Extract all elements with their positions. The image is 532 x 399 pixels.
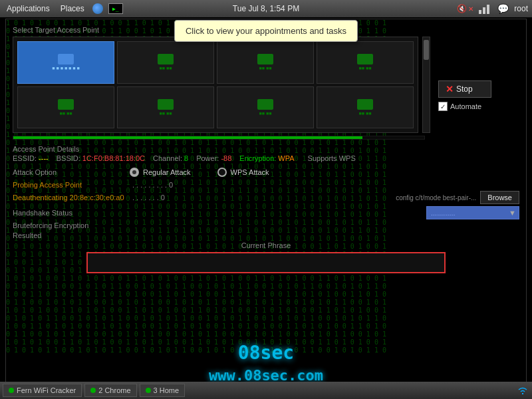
ap-icon-3 <box>257 54 273 65</box>
ap-label-4: ■■ ■■ <box>359 66 372 70</box>
taskbar-home-label: 3 Home <box>154 386 180 394</box>
ap-cell-3[interactable]: ■■ ■■ <box>217 41 314 84</box>
ap-label-8: ■■ ■■ <box>359 111 372 116</box>
progress-bar <box>13 136 425 140</box>
stop-label: Stop <box>456 84 473 94</box>
essid-detail: ESSID: ---- <box>13 154 49 162</box>
ap-grid-container: ■ ■ ■ ■ ■ ■ ■ ■■ ■■ ■■ ■■ <box>13 37 430 133</box>
bruteforce-key: Bruteforcing Encryption <box>13 221 132 229</box>
channel-key: Channel: <box>153 154 182 162</box>
ap-grid: ■ ■ ■ ■ ■ ■ ■ ■■ ■■ ■■ ■■ <box>13 37 418 133</box>
taskbar-dot-1 <box>9 388 14 393</box>
tooltip-popup: Click to view your appointments and task… <box>174 20 358 42</box>
deauth-val: . . . . . . . 0 <box>132 194 396 201</box>
probing-row: Probing Access Point . . . . . . . . . 0 <box>13 181 519 189</box>
power-val: -88 <box>221 154 231 162</box>
handshake-right: ............ ▼ <box>426 206 519 219</box>
status-section: Probing Access Point . . . . . . . . . 0… <box>13 181 519 239</box>
ap-details-section: Access Point Details ESSID: ---- BSSID: … <box>13 145 519 162</box>
tooltip-text: Click to view your appointments and task… <box>186 26 346 36</box>
stop-x-icon: ✕ <box>446 84 454 94</box>
topbar-left: Applications Places ▶_ <box>4 3 123 15</box>
power-key: Power: <box>196 154 219 162</box>
ap-cell-5[interactable]: ■■ ■■ <box>17 86 114 129</box>
terminal-icon[interactable]: ▶_ <box>108 3 123 14</box>
regular-attack-radio[interactable] <box>130 168 139 177</box>
app-content: Select Target Access Point ■ ■ ■ ■ ■ ■ ■… <box>6 19 526 390</box>
encryption-key: Encryption: <box>239 154 276 162</box>
ap-cell-6[interactable]: ■■ ■■ <box>117 86 214 129</box>
network-bar-3 <box>487 5 489 14</box>
globe-icon[interactable] <box>92 3 103 14</box>
channel-detail: Channel: 8 <box>153 154 188 162</box>
resulted-key: Resulted <box>13 231 132 239</box>
taskbar-fern[interactable]: Fern WiFi Cracker <box>3 384 82 397</box>
dict-dropdown[interactable]: ............ ▼ <box>426 206 519 219</box>
dict-option-text: ............ <box>431 209 456 217</box>
topbar-datetime: Tue Jul 8, 1:54 PM <box>233 4 299 13</box>
ap-icon-6 <box>158 99 174 110</box>
topbar: Applications Places ▶_ Tue Jul 8, 1:54 P… <box>0 0 532 17</box>
essid-val: ---- <box>39 154 49 162</box>
ap-icon-4 <box>357 54 373 65</box>
ap-cell-4[interactable]: ■■ ■■ <box>317 41 414 84</box>
taskbar-right <box>516 384 529 397</box>
taskbar-fern-label: Fern WiFi Cracker <box>17 386 76 394</box>
select-target-section: Select Target Access Point ■ ■ ■ ■ ■ ■ ■… <box>13 26 519 133</box>
ap-icon-7 <box>257 99 273 110</box>
progress-bar-fill <box>13 136 362 139</box>
username: root <box>514 4 528 13</box>
browse-button[interactable]: Browse <box>480 191 519 204</box>
wps-attack-label: WPS Attack <box>231 168 269 176</box>
wifi-svg <box>517 384 529 396</box>
encryption-val: WPA <box>278 154 294 162</box>
ap-cell-7[interactable]: ■■ ■■ <box>217 86 314 129</box>
network-bar-2 <box>483 7 485 14</box>
wps-attack-radio[interactable] <box>217 168 227 177</box>
deauth-row: Deauthenticating 20:8e:c:30:e0:a0 . . . … <box>13 191 519 204</box>
current-phrase-row: Current Phrase <box>13 241 519 249</box>
chat-icon: 💬 <box>497 3 509 14</box>
wps-attack-option[interactable]: WPS Attack <box>217 168 269 177</box>
handshake-row: Handshake Status ............ ▼ <box>13 206 519 219</box>
automate-checkbox[interactable] <box>438 102 448 111</box>
taskbar-chrome[interactable]: 2 Chrome <box>84 384 136 397</box>
automate-row: Automate <box>438 102 491 111</box>
ap-cell-1[interactable]: ■ ■ ■ ■ ■ ■ ■ <box>17 41 114 84</box>
regular-attack-option[interactable]: Regular Attack <box>130 168 191 177</box>
speaker-area: 🔇 ✕ <box>457 4 473 13</box>
attack-section: Attack Option Regular Attack WPS Attack <box>13 168 519 177</box>
applications-menu[interactable]: Applications <box>4 3 53 15</box>
attack-option-label: Attack Option <box>13 168 72 176</box>
essid-key: ESSID: <box>13 154 37 162</box>
taskbar-home[interactable]: 3 Home <box>140 384 186 397</box>
probing-val: . . . . . . . . . 0 <box>132 181 519 189</box>
ap-icon-2 <box>158 54 174 65</box>
automate-label: Automate <box>450 102 481 110</box>
ap-icon-1 <box>58 54 74 65</box>
taskbar-wifi-icon[interactable] <box>516 384 529 397</box>
ap-icon-8 <box>357 99 373 110</box>
phrase-input-row <box>13 252 519 273</box>
ap-cell-2[interactable]: ■■ ■■ <box>117 41 214 84</box>
ap-scrollbar-thumb[interactable] <box>424 40 429 60</box>
resulted-row: Resulted <box>13 231 519 239</box>
app-window: 1 0 1 0 1 0 0 1 1 0 1 0 1 0 0 1 1 0 1 0 … <box>5 19 527 391</box>
stop-button[interactable]: ✕ Stop <box>438 80 491 98</box>
current-phrase-label: Current Phrase <box>241 241 291 249</box>
deauth-right: config c/t/mode best-pair-... Browse <box>396 191 519 204</box>
places-menu[interactable]: Places <box>58 3 87 15</box>
taskbar: Fern WiFi Cracker 2 Chrome 3 Home <box>0 382 532 399</box>
handshake-key: Handshake Status <box>13 209 132 217</box>
phrase-input[interactable] <box>86 252 446 273</box>
ap-details-row: ESSID: ---- BSSID: 1C:F0:B8:81:18:0C Cha… <box>13 154 519 162</box>
bruteforce-row: Bruteforcing Encryption <box>13 221 519 229</box>
ap-scrollbar[interactable] <box>422 37 430 133</box>
ap-cell-8[interactable]: ■■ ■■ <box>317 86 414 129</box>
dropdown-arrow-icon: ▼ <box>509 209 516 217</box>
ap-label-selected: ■ ■ ■ ■ ■ ■ ■ <box>52 66 79 70</box>
deauth-config-text: config c/t/mode best-pair-... <box>396 194 476 201</box>
topbar-right: 🔇 ✕ 💬 root <box>457 3 528 14</box>
encryption-detail: Encryption: WPA <box>239 154 294 162</box>
bssid-key: BSSID: <box>57 154 80 162</box>
